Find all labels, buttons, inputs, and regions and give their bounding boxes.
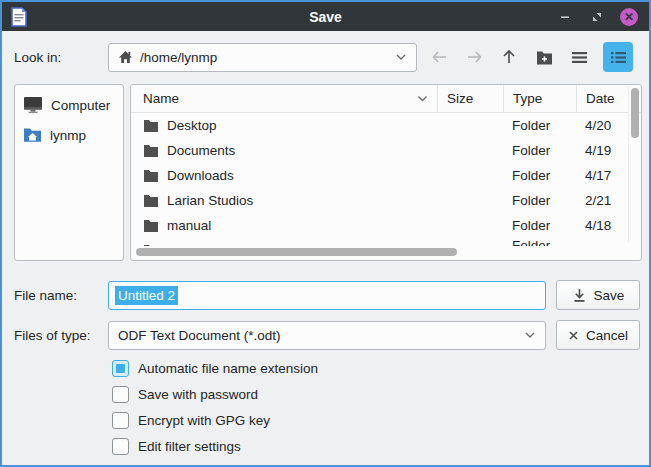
column-header-size[interactable]: Size bbox=[437, 85, 503, 112]
file-row-desktop[interactable]: Desktop Folder 4/20 bbox=[131, 113, 641, 138]
window-controls: ✕ bbox=[555, 7, 643, 27]
sidebar-item-computer[interactable]: Computer bbox=[15, 90, 123, 120]
forward-button[interactable] bbox=[461, 43, 487, 71]
window-title: Save bbox=[2, 9, 649, 25]
location-toolbar: Look in: /home/lynmp bbox=[14, 42, 637, 72]
checkbox-encrypt-gpg[interactable]: Encrypt with GPG key bbox=[112, 412, 649, 429]
file-row-clipped[interactable]: Folder bbox=[131, 238, 641, 246]
detail-view-button[interactable] bbox=[603, 42, 633, 72]
file-row-larian-studios[interactable]: Larian Studios Folder 2/21 bbox=[131, 188, 641, 213]
checkbox-automatic-extension[interactable]: Automatic file name extension bbox=[112, 360, 649, 377]
file-row-documents[interactable]: Documents Folder 4/19 bbox=[131, 138, 641, 163]
file-name-label: File name: bbox=[14, 288, 108, 303]
chevron-down-icon bbox=[524, 331, 536, 339]
list-header: Name Size Type Date bbox=[131, 85, 641, 113]
vertical-scrollbar-thumb[interactable] bbox=[631, 88, 639, 138]
files-of-type-value: ODF Text Document (*.odt) bbox=[118, 328, 524, 343]
sidebar-item-label: Computer bbox=[51, 98, 110, 113]
chevron-down-icon bbox=[395, 53, 407, 61]
files-of-type-combobox[interactable]: ODF Text Document (*.odt) bbox=[108, 321, 546, 350]
file-name-input[interactable]: Untitled 2 bbox=[108, 281, 546, 310]
cancel-x-icon bbox=[568, 330, 579, 341]
detail-list-icon bbox=[610, 51, 627, 64]
checkbox-icon bbox=[112, 438, 129, 455]
home-folder-icon bbox=[23, 127, 42, 143]
new-folder-button[interactable] bbox=[531, 43, 557, 71]
column-header-type[interactable]: Type bbox=[503, 85, 576, 112]
cancel-button[interactable]: Cancel bbox=[556, 320, 640, 350]
main-area: Computer lynmp Name bbox=[14, 84, 642, 261]
up-button[interactable] bbox=[496, 43, 522, 71]
minimize-button[interactable] bbox=[555, 7, 575, 27]
horizontal-scrollbar-thumb[interactable] bbox=[136, 248, 457, 256]
horizontal-scrollbar[interactable] bbox=[136, 248, 623, 256]
checkbox-icon bbox=[112, 412, 129, 429]
computer-icon bbox=[23, 96, 43, 114]
folder-icon bbox=[143, 194, 159, 207]
folder-icon bbox=[143, 244, 159, 246]
sidebar-item-label: lynmp bbox=[50, 128, 86, 143]
save-button[interactable]: Save bbox=[556, 280, 640, 310]
checkbox-icon bbox=[112, 386, 129, 403]
file-rows: Desktop Folder 4/20 Documents Folder 4/1… bbox=[131, 113, 641, 254]
checkbox-save-with-password[interactable]: Save with password bbox=[112, 386, 649, 403]
options-checkboxes: Automatic file name extension Save with … bbox=[112, 360, 649, 455]
sidebar-item-lynmp[interactable]: lynmp bbox=[15, 120, 123, 150]
save-icon bbox=[572, 288, 587, 303]
restore-button[interactable] bbox=[587, 7, 607, 27]
folder-icon bbox=[143, 119, 159, 132]
folder-icon bbox=[143, 144, 159, 157]
column-header-name[interactable]: Name bbox=[131, 85, 437, 112]
close-button[interactable]: ✕ bbox=[619, 7, 639, 27]
close-icon: ✕ bbox=[620, 8, 638, 26]
file-name-row: File name: Untitled 2 Save bbox=[14, 280, 640, 310]
back-button[interactable] bbox=[426, 43, 452, 71]
location-path: /home/lynmp bbox=[140, 50, 388, 65]
home-icon bbox=[118, 50, 133, 64]
files-of-type-row: Files of type: ODF Text Document (*.odt)… bbox=[14, 320, 640, 350]
file-list-panel: Name Size Type Date Desktop Folder 4/20 bbox=[130, 84, 642, 261]
checkbox-icon bbox=[112, 360, 129, 377]
folder-icon bbox=[143, 169, 159, 182]
places-sidebar: Computer lynmp bbox=[14, 84, 124, 261]
short-view-button[interactable] bbox=[566, 43, 592, 71]
file-name-value: Untitled 2 bbox=[115, 286, 178, 305]
save-dialog: Save ✕ Look in: bbox=[0, 0, 651, 467]
sort-chevron-down-icon bbox=[417, 95, 428, 102]
vertical-scrollbar[interactable] bbox=[628, 87, 639, 242]
file-row-manual[interactable]: manual Folder 4/18 bbox=[131, 213, 641, 238]
titlebar: Save ✕ bbox=[2, 2, 649, 31]
files-of-type-label: Files of type: bbox=[14, 328, 108, 343]
look-in-label: Look in: bbox=[14, 50, 108, 65]
location-combobox[interactable]: /home/lynmp bbox=[108, 43, 417, 72]
document-icon bbox=[11, 7, 27, 27]
file-row-downloads[interactable]: Downloads Folder 4/17 bbox=[131, 163, 641, 188]
folder-icon bbox=[143, 219, 159, 232]
checkbox-edit-filter-settings[interactable]: Edit filter settings bbox=[112, 438, 649, 455]
